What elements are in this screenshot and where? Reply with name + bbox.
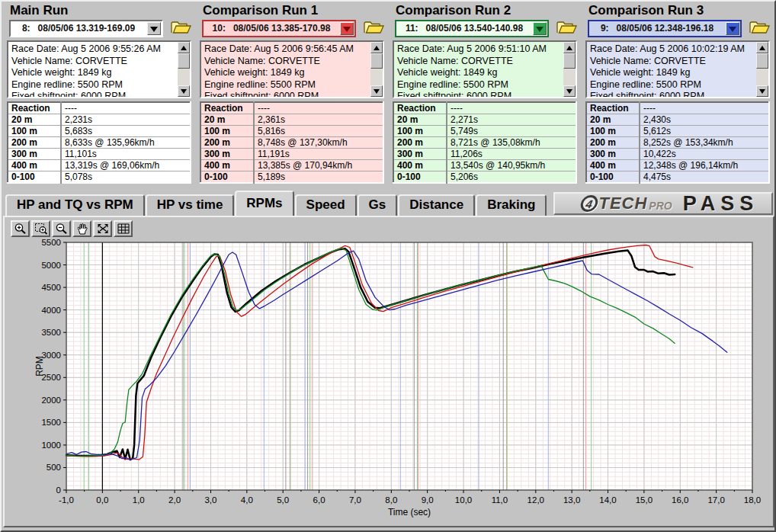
svg-text:5000: 5000: [41, 261, 61, 270]
fit-view-button[interactable]: [93, 220, 112, 237]
split-label: 100 m: [200, 126, 254, 137]
chart-panel: 0500100015002000250030003500400045005000…: [3, 216, 774, 527]
scrollbar-thumb[interactable]: [370, 53, 383, 69]
split-label: 0-100: [393, 171, 447, 184]
split-value: ----: [640, 102, 769, 114]
scrollbar-thumb[interactable]: [756, 53, 768, 69]
split-value: 13,319s @ 169,06km/h: [61, 160, 191, 171]
zoom-in-icon: [14, 223, 27, 235]
arrow-up-icon: [374, 46, 380, 50]
view-tab[interactable]: Speed: [295, 194, 357, 216]
svg-text:-1,0: -1,0: [59, 495, 74, 505]
scroll-up-button[interactable]: [178, 42, 190, 53]
split-label: 300 m: [393, 149, 447, 160]
scrollbar[interactable]: [178, 42, 190, 97]
table-row: 0-1005,189s: [200, 171, 383, 184]
scroll-up-button[interactable]: [370, 42, 383, 53]
svg-text:1000: 1000: [41, 441, 61, 450]
scrollbar-track[interactable]: [178, 69, 190, 85]
run-info-line: Race Date: Aug 5 2006 9:51:10 AM: [397, 43, 562, 56]
zoom-out-button[interactable]: [52, 220, 71, 237]
split-value: 13,540s @ 140,95km/h: [447, 160, 576, 171]
combobox-dropdown-button[interactable]: [533, 22, 547, 35]
scrollbar[interactable]: [756, 42, 768, 97]
run-info-box: Race Date: Aug 5 2006 9:51:10 AMVehicle …: [393, 40, 577, 98]
table-row: 100 m5,816s: [200, 126, 383, 137]
panel-title: Comparison Run 3: [585, 3, 770, 19]
split-label: Reaction: [8, 102, 61, 114]
svg-text:9,0: 9,0: [422, 495, 434, 505]
split-value: 5,749s: [447, 126, 576, 137]
pan-button[interactable]: [72, 220, 91, 237]
table-row: 100 m5,612s: [586, 126, 769, 137]
scrollbar-thumb[interactable]: [563, 53, 576, 69]
combobox-dropdown-button[interactable]: [340, 22, 354, 35]
run-info-box: Race Date: Aug 5 2006 9:56:45 AMVehicle …: [200, 40, 384, 98]
scrollbar-thumb[interactable]: [178, 53, 190, 69]
open-run-file-button[interactable]: [169, 19, 191, 37]
split-value: 8,721s @ 135,08km/h: [447, 137, 576, 149]
scrollbar-track[interactable]: [756, 69, 768, 85]
scrollbar[interactable]: [563, 42, 576, 97]
split-label: 300 m: [8, 149, 61, 160]
zoom-window-button[interactable]: [31, 220, 50, 237]
zoom-in-button[interactable]: [11, 220, 30, 237]
run-info-line: Race Date: Aug 5 2006 9:56:45 AM: [204, 43, 369, 56]
svg-text:RPM: RPM: [34, 356, 45, 377]
chevron-down-icon: [150, 27, 158, 32]
combobox-dropdown-button[interactable]: [726, 22, 739, 35]
svg-text:4,0: 4,0: [241, 495, 253, 505]
open-run-file-button[interactable]: [748, 19, 770, 37]
split-label: 100 m: [393, 126, 447, 137]
split-value: 4,475s: [640, 171, 769, 184]
combobox-dropdown-button[interactable]: [147, 22, 161, 35]
run-info-line: Vehicle weight: 1849 kg: [11, 67, 176, 79]
run-select-combobox[interactable]: 11: 08/05/06 13.540-140.98: [395, 20, 549, 37]
split-label: Reaction: [393, 102, 447, 114]
rpm-vs-time-chart[interactable]: 0500100015002000250030003500400045005000…: [6, 239, 771, 524]
gtech-badge-icon: 4: [579, 195, 600, 212]
split-label: 100 m: [8, 126, 61, 137]
scroll-down-button[interactable]: [178, 85, 190, 97]
split-label: Reaction: [586, 102, 640, 114]
arrow-down-icon: [566, 89, 572, 94]
folder-open-icon: [363, 20, 384, 35]
split-label: 200 m: [200, 137, 254, 149]
view-tab[interactable]: Distance: [398, 194, 475, 216]
open-run-file-button[interactable]: [555, 19, 577, 37]
split-label: 0-100: [8, 171, 61, 184]
split-value: 5,683s: [61, 126, 191, 137]
scroll-down-button[interactable]: [756, 85, 768, 97]
run-info-line: Fixed shiftpoint: 6000 RPM: [204, 91, 369, 98]
arrow-down-icon: [374, 89, 380, 94]
run-info-line: Vehicle weight: 1849 kg: [204, 67, 369, 79]
scroll-down-button[interactable]: [563, 85, 576, 97]
split-value: 12,348s @ 196,14km/h: [640, 160, 769, 171]
scrollbar[interactable]: [370, 42, 383, 97]
svg-text:8,0: 8,0: [385, 495, 397, 505]
view-tab[interactable]: RPMs: [235, 191, 293, 216]
grid-toggle-button[interactable]: [114, 220, 133, 237]
chevron-down-icon: [536, 27, 544, 32]
tab-label: Speed: [306, 197, 345, 213]
view-tab[interactable]: HP vs time: [146, 194, 235, 216]
view-tab[interactable]: Braking: [476, 194, 547, 216]
scroll-up-button[interactable]: [756, 42, 768, 53]
panel-comparison-run-1: Comparison Run 1 10: 08/05/06 13.385-170…: [196, 2, 389, 189]
view-tab[interactable]: Gs: [358, 194, 398, 216]
svg-text:3,0: 3,0: [204, 495, 216, 505]
tab-label: Distance: [409, 197, 463, 213]
open-run-file-button[interactable]: [362, 19, 384, 37]
scrollbar-track[interactable]: [370, 69, 383, 85]
view-tab[interactable]: HP and TQ vs RPM: [5, 194, 145, 216]
scroll-up-button[interactable]: [563, 42, 576, 53]
scrollbar-track[interactable]: [563, 69, 576, 85]
run-select-combobox[interactable]: 8: 08/05/06 13.319-169.09: [9, 20, 163, 37]
scroll-down-button[interactable]: [370, 85, 383, 97]
split-value: 11,206s: [447, 149, 576, 160]
run-info-line: Engine redline: 5500 RPM: [397, 79, 562, 91]
run-select-combobox[interactable]: 9: 08/05/06 12.348-196.18: [588, 20, 742, 37]
run-select-combobox[interactable]: 10: 08/05/06 13.385-170.98: [202, 20, 356, 37]
arrow-down-icon: [181, 89, 187, 94]
svg-text:500: 500: [46, 463, 61, 472]
